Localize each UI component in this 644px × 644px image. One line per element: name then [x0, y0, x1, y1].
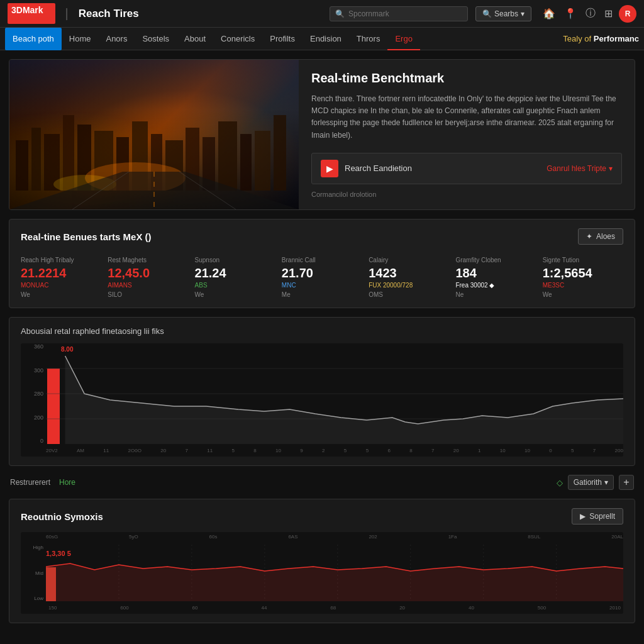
- metric-signte: Signte Tution 1:2,5654 ME3SC We: [543, 256, 623, 299]
- metric-unit-0: We: [21, 291, 101, 299]
- graph-area: 360 300 280 200 0 8.00: [21, 343, 623, 457]
- metric-brannic: Brannic Call 21.70 MNC Me: [282, 256, 362, 299]
- metric-sub-5: Frea 30002 ◆: [455, 282, 536, 289]
- logo-divider: |: [65, 6, 69, 21]
- chevron-down-icon: ▾: [609, 164, 613, 173]
- metric-calairy: Calairy 1423 FUX 20000/728 OMS: [369, 256, 449, 299]
- metric-value-1: 12,45.0: [108, 266, 188, 280]
- metric-unit-2: We: [195, 291, 275, 299]
- metric-sub-6: ME3SC: [543, 282, 623, 289]
- top-navigation: 3DMark FUTUREMARK | Reach Tires 🔍 🔍 Sear…: [0, 0, 644, 28]
- res-graph-inner: [46, 545, 623, 601]
- sidebar-item-profilts[interactable]: Profilts: [262, 28, 303, 50]
- sidebar-item-thrors[interactable]: Thrors: [349, 28, 388, 50]
- plus-button[interactable]: +: [619, 475, 634, 490]
- graph-y-labels: 360 300 280 200 0: [21, 343, 46, 444]
- metric-unit-5: Ne: [455, 291, 536, 299]
- metrics-header: Real-tine Benues tarts MeX () ✦ Aloes: [21, 228, 623, 245]
- metric-sub-1: AIMANS: [108, 282, 188, 289]
- sidebar-item-anors[interactable]: Anors: [98, 28, 135, 50]
- bottom-dropdown[interactable]: Gatiorith ▾: [568, 475, 614, 490]
- chevron-down-icon: ▾: [604, 478, 608, 487]
- metric-label-0: Reach High Tribaly: [21, 256, 101, 264]
- res-x-top-labels: 60sG 5yO 60s 6AS 202 1Fa 8SUL 20AL: [46, 532, 623, 541]
- metrics-button[interactable]: ✦ Aloes: [578, 228, 623, 245]
- resolution-title: Reoutnio Symoxis: [21, 511, 103, 522]
- res-line-svg: [46, 545, 623, 601]
- metric-value-5: 184: [455, 266, 536, 280]
- metric-supnson: Supnson 21.24 ABS We: [195, 256, 275, 299]
- benchmark-description: Rench thare. Three fortner rern infocate…: [311, 93, 622, 142]
- page-title: Reach Tires: [79, 8, 139, 20]
- search-input[interactable]: [348, 9, 462, 18]
- graph-x-labels: 20V2 AM 11 2O0O 20 7 11 5 8 10 9 2 5 5 6…: [46, 444, 623, 457]
- metric-label-2: Supnson: [195, 256, 275, 264]
- res-x-bottom-labels: 150 600 60 44 68 20 40 500 2010: [46, 601, 623, 614]
- top-nav-right: 🔍 Searbs ▾ 🏠 📍 ⓘ ⊞ R: [475, 5, 636, 23]
- sidebar-item-beach-poth[interactable]: Beach poth: [5, 28, 62, 50]
- bottom-right: ◇ Gatiorith ▾ +: [557, 475, 634, 490]
- metric-sub-0: MONUAC: [21, 282, 101, 289]
- diamond-icon: ◇: [557, 478, 563, 487]
- sidebar-item-about[interactable]: About: [177, 28, 213, 50]
- metric-value-0: 21.2214: [21, 266, 101, 280]
- metric-label-4: Calairy: [369, 256, 449, 264]
- search-bar[interactable]: 🔍: [330, 6, 468, 21]
- grid-icon[interactable]: ⊞: [604, 8, 613, 19]
- bottom-link[interactable]: Hore: [59, 478, 75, 487]
- benchmark-image: [9, 60, 299, 209]
- metric-unit-6: We: [543, 291, 623, 299]
- metric-label-6: Signte Tution: [543, 256, 623, 264]
- metric-unit-4: OMS: [369, 291, 449, 299]
- sidebar-item-sostels[interactable]: Sostels: [135, 28, 177, 50]
- resolution-header: Reoutnio Symoxis ▶ Soprellt: [21, 508, 623, 525]
- metric-rest-maghets: Rest Maghets 12,45.0 AIMANS SILO: [108, 256, 188, 299]
- metric-sub-3: MNC: [282, 282, 362, 289]
- chevron-down-icon: ▾: [521, 9, 525, 18]
- metrics-title: Real-tine Benues tarts MeX (): [21, 231, 152, 242]
- svg-marker-25: [65, 356, 623, 444]
- run-dropdown[interactable]: Ganrul hles Tripte ▾: [547, 164, 613, 173]
- metric-sub-2: ABS: [195, 282, 275, 289]
- resolution-button[interactable]: ▶ Soprellt: [572, 508, 623, 525]
- run-area-left: ▶ Rearch Eandietion: [321, 160, 412, 177]
- metric-label-5: Gramfity Cloben: [455, 256, 536, 264]
- benchmark-info: Real-time Benchtmark Rench thare. Three …: [299, 60, 635, 209]
- sidebar-item-endision[interactable]: Endision: [303, 28, 349, 50]
- home-icon[interactable]: 🏠: [543, 8, 555, 19]
- resolution-graph: 60sG 5yO 60s 6AS 202 1Fa 8SUL 20AL High …: [21, 532, 623, 614]
- commercial-label: Cormancilol drolotion: [311, 191, 622, 198]
- metric-gramfity: Gramfity Cloben 184 Frea 30002 ◆ Ne: [455, 256, 536, 299]
- bottom-row: Restrurerert Hore ◇ Gatiorith ▾ +: [9, 475, 635, 490]
- graph-inner: 8.00: [46, 343, 623, 444]
- top-icons: 🏠 📍 ⓘ ⊞: [543, 7, 613, 20]
- info-icon[interactable]: ⓘ: [586, 7, 596, 20]
- run-icon: ▶: [321, 160, 338, 177]
- nav-right-text: Tealy of Performanc: [563, 34, 639, 43]
- nav-search-button[interactable]: 🔍 Searbs ▾: [475, 6, 531, 21]
- metrics-section: Real-tine Benues tarts MeX () ✦ Aloes Re…: [9, 219, 635, 308]
- sidebar-item-home[interactable]: Home: [62, 28, 99, 50]
- metric-reach-high: Reach High Tribaly 21.2214 MONUAC We: [21, 256, 101, 299]
- run-label: Rearch Eandietion: [345, 164, 412, 173]
- graph-line-svg: [46, 343, 623, 444]
- search-icon: 🔍: [335, 9, 345, 18]
- search-icon-small: 🔍: [482, 9, 492, 18]
- settings-icon: ✦: [586, 232, 592, 241]
- graph-section: Abousial retal raphled finetaosing lii f…: [9, 317, 635, 466]
- metric-sub-4: FUX 20000/728: [369, 282, 449, 289]
- metric-label-1: Rest Maghets: [108, 256, 188, 264]
- metric-value-3: 21.70: [282, 266, 362, 280]
- resolution-section: Reoutnio Symoxis ▶ Soprellt 60sG 5yO 60s…: [9, 499, 635, 623]
- location-icon[interactable]: 📍: [564, 8, 577, 19]
- metric-unit-1: SILO: [108, 291, 188, 299]
- benchmark-title: Real-time Benchtmark: [311, 71, 622, 86]
- sidebar-item-conericls[interactable]: Conericls: [213, 28, 262, 50]
- res-y-labels: High Mid Low: [21, 545, 46, 601]
- sidebar-item-ergo[interactable]: Ergo: [387, 28, 419, 50]
- metric-value-2: 21.24: [195, 266, 275, 280]
- avatar[interactable]: R: [619, 5, 636, 23]
- main-content: Real-time Benchtmark Rench thare. Three …: [0, 50, 644, 641]
- benchmark-run-area[interactable]: ▶ Rearch Eandietion Ganrul hles Tripte ▾: [311, 153, 622, 184]
- metric-label-3: Brannic Call: [282, 256, 362, 264]
